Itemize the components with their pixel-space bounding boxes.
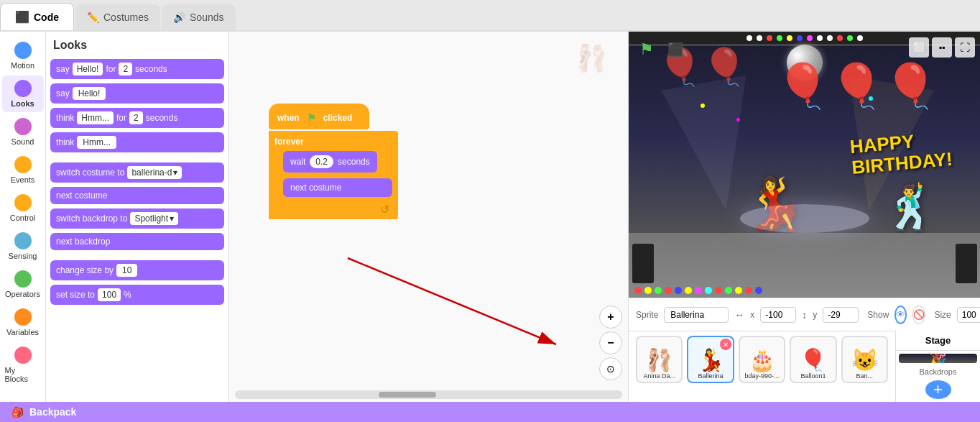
run-controls: ⚑ ⬛ <box>634 37 688 62</box>
green-flag-button[interactable]: ⚑ <box>634 37 659 62</box>
sounds-icon: 🔊 <box>173 12 185 23</box>
nav-item-operators[interactable]: Operators <box>2 266 44 303</box>
stage-panel: Stage 🎉 Backdrops + <box>895 331 980 402</box>
x-input[interactable] <box>760 307 796 323</box>
next-costume-label: next costume <box>290 183 341 193</box>
x-label: x <box>750 310 754 320</box>
sprite-list: 🩰 Anina Da... ✕ 💃 Ballerina 🎂 bday-990-.… <box>629 331 895 402</box>
zoom-controls: + − ⊙ <box>599 306 622 380</box>
blocks-panel: Looks say Hello! for 2 seconds say Hello… <box>46 32 229 402</box>
hat-block-when-clicked[interactable]: when ⚑ clicked <box>269 104 369 129</box>
tab-code[interactable]: ⬛ Code <box>0 3 74 30</box>
stage-tab-label: Stage <box>896 331 980 351</box>
wait-suffix: seconds <box>338 157 370 167</box>
backdrops-label: Backdrops <box>896 366 980 377</box>
zoom-reset-button[interactable]: ⊙ <box>599 357 622 380</box>
svg-line-1 <box>348 258 556 344</box>
sprite-thumb-ballerina[interactable]: ✕ 💃 Ballerina <box>687 336 734 383</box>
script-container: when ⚑ clicked forever wait 0.2 seconds <box>269 104 398 219</box>
costumes-icon: ✏️ <box>87 12 99 23</box>
zoom-out-button[interactable]: − <box>599 331 622 354</box>
nav-item-looks[interactable]: Looks <box>2 75 44 112</box>
block-switch-backdrop[interactable]: switch backdrop to Spotlight ▾ <box>50 208 224 229</box>
block-change-size[interactable]: change size by 10 <box>50 260 224 280</box>
forever-block[interactable]: forever wait 0.2 seconds next costume <box>269 131 398 219</box>
backpack-icon: 🎒 <box>11 406 24 418</box>
sprite-thumb-bday[interactable]: 🎂 bday-990-... <box>739 336 785 383</box>
show-visible-button[interactable]: 👁 <box>895 306 907 324</box>
zoom-in-button[interactable]: + <box>599 306 622 329</box>
sprite-label: Sprite <box>636 310 658 320</box>
tab-sounds-label: Sounds <box>190 12 223 23</box>
sprite-thumb-balloon1[interactable]: 🎈 Balloon1 <box>790 336 836 383</box>
y-label: y <box>813 310 817 320</box>
show-hidden-button[interactable]: 🚫 <box>912 306 925 324</box>
sprite-name-input[interactable] <box>664 307 729 323</box>
tab-costumes-label: Costumes <box>103 12 149 23</box>
wait-block[interactable]: wait 0.2 seconds <box>274 151 392 178</box>
nav-item-control[interactable]: Control <box>2 190 44 226</box>
script-scroll-bar[interactable] <box>235 390 622 399</box>
backpack-bar[interactable]: 🎒 Backpack <box>0 402 980 422</box>
clicked-label: clicked <box>323 113 353 123</box>
block-think-hmm-2s[interactable]: think Hmm... for 2 seconds <box>50 108 224 128</box>
code-icon: ⬛ <box>15 10 29 24</box>
sprite-thumb-ban2[interactable]: 😺 Ban... <box>841 336 888 383</box>
block-say-hello-2s[interactable]: say Hello! for 2 seconds <box>50 59 224 79</box>
small-stage-button[interactable]: ⬜ <box>909 37 929 58</box>
nav-item-sensing[interactable]: Sensing <box>2 228 44 265</box>
right-panel: 🎈🎈🎈 🎈🎈 HAPPYBIRTHDAY! 💃 🕺 <box>628 32 980 402</box>
flag-icon: ⚑ <box>304 111 319 125</box>
wait-label: wait <box>290 157 305 167</box>
nav-item-variables[interactable]: Variables <box>2 304 44 341</box>
when-label: when <box>277 113 300 123</box>
sprite-delete-icon[interactable]: ✕ <box>720 339 731 350</box>
y-input[interactable] <box>823 307 859 323</box>
next-costume-inner[interactable]: next costume <box>274 178 392 200</box>
backpack-label: Backpack <box>29 406 76 418</box>
tab-costumes[interactable]: ✏️ Costumes <box>75 4 160 30</box>
block-say-hello[interactable]: say Hello! <box>50 83 224 104</box>
wait-value-display: 0.2 <box>310 155 333 168</box>
sprite-info-bar: Sprite ↔ x ↕ y Show 👁 🚫 Size Direction <box>629 298 980 331</box>
tab-code-label: Code <box>34 12 59 23</box>
block-set-size[interactable]: set size to 100 % <box>50 285 224 305</box>
stage-viewport: 🎈🎈🎈 🎈🎈 HAPPYBIRTHDAY! 💃 🕺 <box>629 32 980 298</box>
add-backdrop-button[interactable]: + <box>925 380 951 399</box>
nav-item-myblocks[interactable]: My Blocks <box>2 342 44 387</box>
block-next-costume[interactable]: next costume <box>50 187 224 204</box>
block-switch-costume[interactable]: switch costume to ballerina-d ▾ <box>50 162 224 183</box>
nav-sidebar: Motion Looks Sound Events Control Sensin… <box>0 32 46 402</box>
stop-button[interactable]: ⬛ <box>663 37 688 62</box>
size-input[interactable] <box>957 307 980 323</box>
arrow-xy-icon: ↔ <box>734 309 744 321</box>
fullscreen-button[interactable]: ⛶ <box>955 37 975 58</box>
block-think-hmm[interactable]: think Hmm... <box>50 132 224 152</box>
ghost-sprite: 🩰 <box>575 43 608 73</box>
blocks-panel-title: Looks <box>50 37 224 53</box>
show-label: Show <box>867 310 889 320</box>
large-stage-button[interactable]: ▪▪ <box>932 37 952 58</box>
nav-item-motion[interactable]: Motion <box>2 37 44 74</box>
tab-sounds[interactable]: 🔊 Sounds <box>162 4 235 30</box>
stage-thumbnail[interactable]: 🎉 <box>899 354 977 363</box>
sprite-thumb-anina[interactable]: 🩰 Anina Da... <box>636 336 683 383</box>
arrow-y-icon: ↕ <box>802 309 807 321</box>
size-label: Size <box>934 310 951 320</box>
block-next-backdrop[interactable]: next backdrop <box>50 233 224 250</box>
nav-item-events[interactable]: Events <box>2 152 44 188</box>
stage-layout-controls: ⬜ ▪▪ ⛶ <box>909 37 975 58</box>
script-area: 🩰 when ⚑ clicked forever wait 0.2 second… <box>229 32 628 402</box>
nav-item-sound[interactable]: Sound <box>2 114 44 150</box>
